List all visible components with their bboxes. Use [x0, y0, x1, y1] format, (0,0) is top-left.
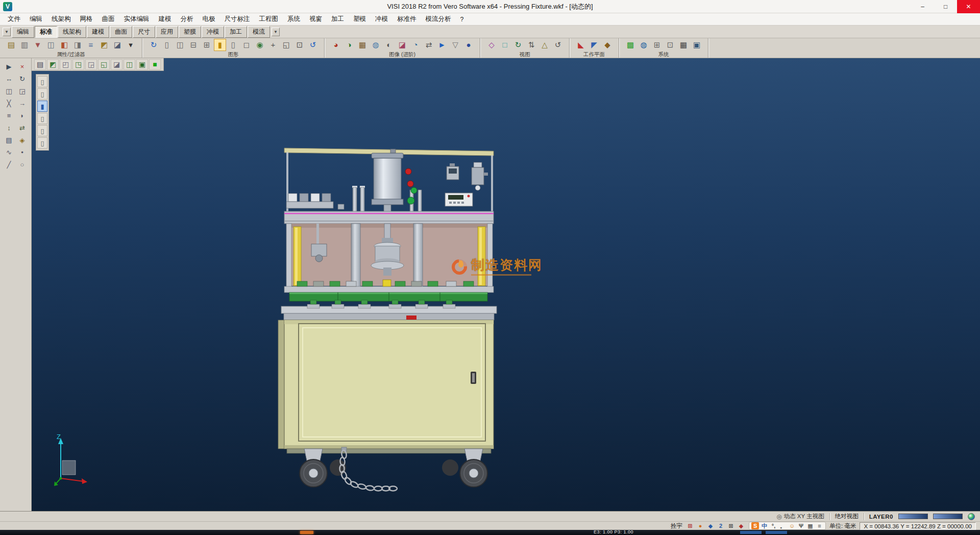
- view-bottom-icon[interactable]: ◫: [124, 59, 135, 70]
- grid-icon[interactable]: ⊞: [651, 39, 663, 51]
- tab-wireframe[interactable]: 线架构: [58, 26, 86, 38]
- workplane-xy-icon[interactable]: ◣: [575, 39, 587, 51]
- magnet-on-icon[interactable]: ◧: [58, 39, 70, 51]
- tab-modeling[interactable]: 建模: [87, 26, 109, 38]
- tabbar-overflow-dropdown[interactable]: ▼: [272, 28, 280, 36]
- view-front-icon[interactable]: ◰: [60, 59, 71, 70]
- status-grid-icon[interactable]: ⊞: [686, 522, 694, 530]
- clip-range-slider[interactable]: [898, 514, 928, 519]
- type-filter-icon[interactable]: ◪: [111, 39, 124, 51]
- trim-icon[interactable]: ╳: [3, 98, 15, 109]
- globe-icon[interactable]: ◍: [638, 39, 650, 51]
- curve-icon[interactable]: ∿: [3, 147, 15, 158]
- zoom-extents-icon[interactable]: ⊡: [293, 39, 306, 51]
- view-list-icon[interactable]: ▤: [34, 59, 46, 70]
- tab-die[interactable]: 冲模: [202, 26, 224, 38]
- line-icon[interactable]: ╱: [3, 159, 15, 170]
- status-ucs-icon[interactable]: ◆: [737, 522, 745, 530]
- layers-icon[interactable]: ▤: [3, 134, 15, 145]
- tab-mold[interactable]: 塑膜: [179, 26, 201, 38]
- analysis-icon[interactable]: ◔: [409, 39, 422, 51]
- layer-filter-icon[interactable]: ≡: [85, 39, 97, 51]
- taskbar-app-indicator[interactable]: [300, 531, 313, 534]
- tab-flow[interactable]: 模流: [248, 26, 270, 38]
- status-snap-icon[interactable]: ●: [696, 522, 704, 530]
- view-left-icon[interactable]: ◱: [98, 59, 110, 70]
- view-back-icon[interactable]: ◪: [111, 59, 122, 70]
- rotate-icon[interactable]: ↻: [16, 73, 29, 84]
- view-shaded-cube-icon[interactable]: ■: [149, 59, 161, 70]
- snap-settings-icon[interactable]: ⊡: [664, 39, 676, 51]
- status-counter-icon[interactable]: 2: [717, 522, 725, 530]
- mirror-icon[interactable]: ◫: [3, 85, 15, 96]
- render-shaded-icon[interactable]: ◕: [330, 39, 342, 51]
- more-filters-icon[interactable]: ▾: [125, 39, 137, 51]
- tab-dimension[interactable]: 尺寸: [133, 26, 155, 38]
- hidden-line-icon[interactable]: ◻: [240, 39, 253, 51]
- layer-selector[interactable]: LAYER0: [869, 514, 893, 520]
- wireframe-mode-icon[interactable]: ▯: [227, 39, 239, 51]
- view-mode-dropdown[interactable]: ◎ 动态 XY 主视图: [776, 513, 824, 520]
- view-rotate-icon[interactable]: ↻: [512, 39, 524, 51]
- view-isometric-icon[interactable]: ◇: [485, 39, 498, 51]
- tabbar-dropdown[interactable]: ▼: [3, 28, 11, 36]
- fillet-icon[interactable]: ◗: [16, 110, 29, 121]
- status-osnap-icon[interactable]: ◆: [706, 522, 715, 530]
- view-four-icon[interactable]: ⊞: [201, 39, 213, 51]
- view-two-horizontal-icon[interactable]: ⊟: [187, 39, 200, 51]
- dimension-icon[interactable]: ⇄: [16, 122, 29, 133]
- menu-standard-parts[interactable]: 标准件: [393, 14, 421, 25]
- menu-machining[interactable]: 加工: [327, 14, 349, 25]
- dynamic-rotate-icon[interactable]: ◉: [254, 39, 266, 51]
- color-filter-icon[interactable]: ◩: [98, 39, 110, 51]
- menu-system[interactable]: 系统: [283, 14, 305, 25]
- menu-mold[interactable]: 塑模: [349, 14, 371, 25]
- ime-language-icon[interactable]: 中: [761, 522, 768, 529]
- ime-emoji-icon[interactable]: ☺: [788, 522, 796, 529]
- menu-mesh[interactable]: 网格: [76, 14, 97, 25]
- measure-icon[interactable]: ↕: [3, 122, 15, 133]
- view-two-vertical-icon[interactable]: ◫: [174, 39, 186, 51]
- wcs-icon[interactable]: ◈: [16, 134, 29, 145]
- move-icon[interactable]: ↔: [3, 73, 15, 84]
- redraw-icon[interactable]: ↻: [148, 39, 160, 51]
- workplane-dynamic-icon[interactable]: ◆: [601, 39, 614, 51]
- compare-icon[interactable]: ⇄: [423, 39, 435, 51]
- section-view-icon[interactable]: ◪: [396, 39, 408, 51]
- filter-icon[interactable]: ▼: [32, 39, 44, 51]
- shade-mode-icon[interactable]: ▮: [214, 39, 226, 51]
- menu-die[interactable]: 冲模: [371, 14, 393, 25]
- depth-range-slider[interactable]: [933, 514, 963, 519]
- render-quality-icon[interactable]: [968, 513, 975, 520]
- view-align-icon[interactable]: ⇅: [525, 39, 537, 51]
- calculator-icon[interactable]: ▦: [677, 39, 690, 51]
- magnet-off-icon[interactable]: ◨: [71, 39, 84, 51]
- shadow-icon[interactable]: ◐: [383, 39, 395, 51]
- ime-mic-icon[interactable]: Ψ: [797, 522, 805, 529]
- filter-annotations-icon[interactable]: ▯: [37, 137, 47, 149]
- menu-electrode[interactable]: 电极: [198, 14, 220, 25]
- erase-icon[interactable]: ×: [16, 61, 29, 72]
- menu-window[interactable]: 视窗: [305, 14, 327, 25]
- filter-meshes-icon[interactable]: ▯: [37, 125, 47, 136]
- circle-icon[interactable]: ○: [16, 159, 29, 170]
- pan-icon[interactable]: +: [267, 39, 279, 51]
- menu-solid-edit[interactable]: 实体编辑: [119, 14, 154, 25]
- view-normal-icon[interactable]: △: [538, 39, 551, 51]
- view-right-icon[interactable]: ◲: [85, 59, 97, 70]
- monitor-icon[interactable]: ▣: [691, 39, 703, 51]
- tab-standard[interactable]: 标准: [35, 26, 57, 38]
- selection-mask-icon[interactable]: ◫: [45, 39, 57, 51]
- status-intersect-icon[interactable]: ⊠: [727, 522, 735, 530]
- tab-edit[interactable]: 编辑: [12, 26, 34, 38]
- select-icon[interactable]: ▶: [3, 61, 15, 72]
- view-iso-icon[interactable]: ◩: [47, 59, 59, 70]
- absolute-view-toggle[interactable]: 绝对视图: [835, 513, 859, 520]
- minimize-button[interactable]: –: [911, 0, 934, 13]
- texture-icon[interactable]: ▦: [356, 39, 369, 51]
- menu-modeling[interactable]: 建模: [154, 14, 176, 25]
- filter-surfaces-icon[interactable]: ▮: [37, 101, 47, 112]
- offset-icon[interactable]: ≡: [3, 110, 15, 121]
- sogou-logo-icon[interactable]: S: [751, 522, 759, 529]
- ime-keyboard-icon[interactable]: ▦: [806, 522, 814, 529]
